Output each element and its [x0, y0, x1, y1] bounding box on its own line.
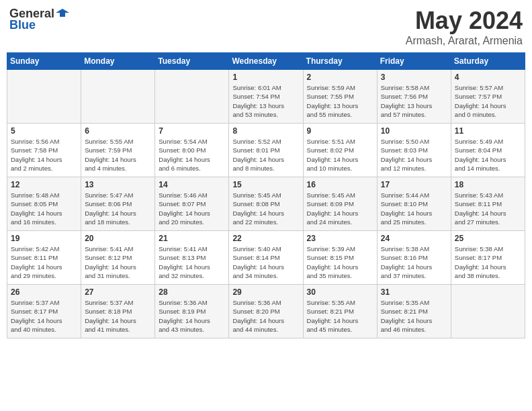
day-number: 25	[455, 234, 521, 243]
calendar-cell: 29Sunrise: 5:36 AM Sunset: 8:20 PM Dayli…	[229, 285, 303, 338]
page-header: General Blue May 2024 Armash, Ararat, Ar…	[7, 7, 525, 47]
day-info: Sunrise: 5:59 AM Sunset: 7:55 PM Dayligh…	[307, 83, 373, 119]
day-number: 6	[85, 126, 151, 136]
day-number: 22	[232, 234, 299, 243]
calendar-cell: 26Sunrise: 5:37 AM Sunset: 8:17 PM Dayli…	[7, 285, 81, 338]
day-number: 27	[85, 287, 151, 297]
logo-bird-icon	[56, 7, 69, 21]
day-number: 17	[381, 180, 447, 189]
day-number: 18	[455, 180, 521, 189]
calendar-cell: 6Sunrise: 5:55 AM Sunset: 7:59 PM Daylig…	[81, 124, 155, 177]
week-row-3: 12Sunrise: 5:48 AM Sunset: 8:05 PM Dayli…	[7, 177, 525, 231]
day-number: 30	[307, 287, 373, 297]
day-number: 12	[11, 180, 77, 189]
calendar-cell: 17Sunrise: 5:44 AM Sunset: 8:10 PM Dayli…	[377, 177, 451, 231]
day-number: 26	[11, 287, 77, 297]
day-info: Sunrise: 6:01 AM Sunset: 7:54 PM Dayligh…	[232, 83, 299, 119]
day-info: Sunrise: 5:42 AM Sunset: 8:11 PM Dayligh…	[11, 244, 77, 280]
header-day-wednesday: Wednesday	[229, 53, 303, 70]
calendar-cell: 27Sunrise: 5:37 AM Sunset: 8:18 PM Dayli…	[81, 285, 155, 338]
day-info: Sunrise: 5:47 AM Sunset: 8:06 PM Dayligh…	[85, 191, 151, 226]
header-day-friday: Friday	[377, 53, 451, 70]
day-number: 21	[159, 234, 225, 243]
day-number: 10	[381, 126, 447, 136]
header-day-sunday: Sunday	[7, 53, 81, 70]
calendar-cell: 3Sunrise: 5:58 AM Sunset: 7:56 PM Daylig…	[377, 70, 451, 124]
day-info: Sunrise: 5:40 AM Sunset: 8:14 PM Dayligh…	[232, 244, 299, 280]
day-info: Sunrise: 5:56 AM Sunset: 7:58 PM Dayligh…	[11, 137, 77, 173]
day-info: Sunrise: 5:45 AM Sunset: 8:08 PM Dayligh…	[232, 191, 299, 226]
calendar-cell: 18Sunrise: 5:43 AM Sunset: 8:11 PM Dayli…	[451, 177, 525, 231]
calendar-cell: 31Sunrise: 5:35 AM Sunset: 8:21 PM Dayli…	[377, 285, 451, 338]
day-info: Sunrise: 5:44 AM Sunset: 8:10 PM Dayligh…	[381, 191, 447, 226]
day-info: Sunrise: 5:35 AM Sunset: 8:21 PM Dayligh…	[381, 298, 447, 334]
header-row: SundayMondayTuesdayWednesdayThursdayFrid…	[7, 53, 525, 70]
day-info: Sunrise: 5:43 AM Sunset: 8:11 PM Dayligh…	[455, 191, 521, 226]
day-number: 16	[307, 180, 373, 189]
calendar-cell	[81, 70, 155, 124]
calendar-cell: 28Sunrise: 5:36 AM Sunset: 8:19 PM Dayli…	[155, 285, 229, 338]
week-row-4: 19Sunrise: 5:42 AM Sunset: 8:11 PM Dayli…	[7, 231, 525, 285]
day-number: 4	[455, 73, 521, 82]
calendar-cell: 19Sunrise: 5:42 AM Sunset: 8:11 PM Dayli…	[7, 231, 81, 285]
day-number: 24	[381, 234, 447, 243]
logo-blue-text: Blue	[9, 18, 36, 32]
day-info: Sunrise: 5:36 AM Sunset: 8:20 PM Dayligh…	[232, 298, 299, 334]
day-info: Sunrise: 5:51 AM Sunset: 8:02 PM Dayligh…	[307, 137, 373, 173]
day-info: Sunrise: 5:57 AM Sunset: 7:57 PM Dayligh…	[455, 83, 521, 119]
calendar-cell: 16Sunrise: 5:45 AM Sunset: 8:09 PM Dayli…	[303, 177, 377, 231]
day-number: 9	[307, 126, 373, 136]
calendar-cell: 9Sunrise: 5:51 AM Sunset: 8:02 PM Daylig…	[303, 124, 377, 177]
header-day-tuesday: Tuesday	[155, 53, 229, 70]
week-row-1: 1Sunrise: 6:01 AM Sunset: 7:54 PM Daylig…	[7, 70, 525, 124]
day-info: Sunrise: 5:55 AM Sunset: 7:59 PM Dayligh…	[85, 137, 151, 173]
calendar-cell: 25Sunrise: 5:38 AM Sunset: 8:17 PM Dayli…	[451, 231, 525, 285]
day-number: 5	[11, 126, 77, 136]
day-info: Sunrise: 5:37 AM Sunset: 8:17 PM Dayligh…	[11, 298, 77, 334]
calendar-cell: 21Sunrise: 5:41 AM Sunset: 8:13 PM Dayli…	[155, 231, 229, 285]
day-number: 2	[307, 73, 373, 82]
day-info: Sunrise: 5:41 AM Sunset: 8:12 PM Dayligh…	[85, 244, 151, 280]
calendar-cell: 8Sunrise: 5:52 AM Sunset: 8:01 PM Daylig…	[229, 124, 303, 177]
day-info: Sunrise: 5:36 AM Sunset: 8:19 PM Dayligh…	[159, 298, 225, 334]
day-info: Sunrise: 5:39 AM Sunset: 8:15 PM Dayligh…	[307, 244, 373, 280]
day-info: Sunrise: 5:52 AM Sunset: 8:01 PM Dayligh…	[232, 137, 299, 173]
calendar-cell: 30Sunrise: 5:35 AM Sunset: 8:21 PM Dayli…	[303, 285, 377, 338]
title-block: May 2024 Armash, Ararat, Armenia	[406, 7, 523, 47]
calendar-cell: 13Sunrise: 5:47 AM Sunset: 8:06 PM Dayli…	[81, 177, 155, 231]
day-info: Sunrise: 5:50 AM Sunset: 8:03 PM Dayligh…	[381, 137, 447, 173]
day-info: Sunrise: 5:46 AM Sunset: 8:07 PM Dayligh…	[159, 191, 225, 226]
day-number: 23	[307, 234, 373, 243]
calendar-cell	[7, 70, 81, 124]
header-day-monday: Monday	[81, 53, 155, 70]
calendar-cell: 10Sunrise: 5:50 AM Sunset: 8:03 PM Dayli…	[377, 124, 451, 177]
header-day-thursday: Thursday	[303, 53, 377, 70]
logo: General Blue	[9, 7, 69, 32]
day-number: 15	[232, 180, 299, 189]
day-number: 1	[232, 73, 299, 82]
calendar-cell: 14Sunrise: 5:46 AM Sunset: 8:07 PM Dayli…	[155, 177, 229, 231]
calendar-table: SundayMondayTuesdayWednesdayThursdayFrid…	[7, 52, 525, 338]
day-info: Sunrise: 5:49 AM Sunset: 8:04 PM Dayligh…	[455, 137, 521, 173]
day-info: Sunrise: 5:45 AM Sunset: 8:09 PM Dayligh…	[307, 191, 373, 226]
day-number: 7	[159, 126, 225, 136]
week-row-2: 5Sunrise: 5:56 AM Sunset: 7:58 PM Daylig…	[7, 124, 525, 177]
calendar-cell: 12Sunrise: 5:48 AM Sunset: 8:05 PM Dayli…	[7, 177, 81, 231]
calendar-cell: 1Sunrise: 6:01 AM Sunset: 7:54 PM Daylig…	[229, 70, 303, 124]
day-number: 8	[232, 126, 299, 136]
day-number: 31	[381, 287, 447, 297]
calendar-cell: 15Sunrise: 5:45 AM Sunset: 8:08 PM Dayli…	[229, 177, 303, 231]
calendar-cell: 5Sunrise: 5:56 AM Sunset: 7:58 PM Daylig…	[7, 124, 81, 177]
header-day-saturday: Saturday	[451, 53, 525, 70]
svg-marker-0	[56, 9, 69, 17]
calendar-cell: 11Sunrise: 5:49 AM Sunset: 8:04 PM Dayli…	[451, 124, 525, 177]
calendar-cell: 4Sunrise: 5:57 AM Sunset: 7:57 PM Daylig…	[451, 70, 525, 124]
calendar-cell: 7Sunrise: 5:54 AM Sunset: 8:00 PM Daylig…	[155, 124, 229, 177]
day-info: Sunrise: 5:48 AM Sunset: 8:05 PM Dayligh…	[11, 191, 77, 226]
calendar-title: May 2024	[406, 7, 523, 35]
calendar-cell: 22Sunrise: 5:40 AM Sunset: 8:14 PM Dayli…	[229, 231, 303, 285]
day-number: 20	[85, 234, 151, 243]
day-number: 29	[232, 287, 299, 297]
calendar-cell: 20Sunrise: 5:41 AM Sunset: 8:12 PM Dayli…	[81, 231, 155, 285]
day-number: 14	[159, 180, 225, 189]
